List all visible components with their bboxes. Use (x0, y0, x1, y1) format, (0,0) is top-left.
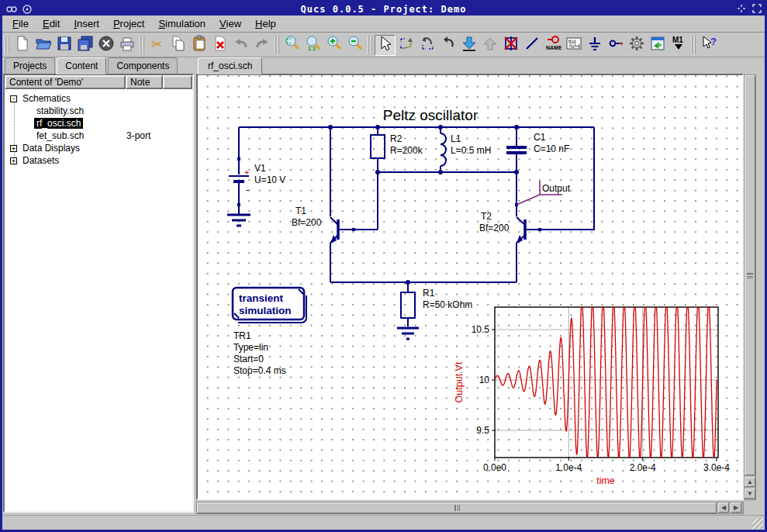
tree-item-label[interactable]: rf_osci.sch (34, 118, 83, 129)
close-button[interactable] (95, 35, 116, 56)
menu-help[interactable]: Help (248, 16, 283, 31)
vertical-scrollbar-thumb[interactable] (745, 75, 755, 475)
toolbar-handle[interactable] (140, 36, 144, 54)
tree-item-fet-sub-sch[interactable]: fet_sub.sch3-port (5, 130, 192, 142)
toolbar-handle[interactable] (368, 36, 372, 54)
paste-button[interactable] (188, 35, 209, 56)
print-button[interactable] (116, 35, 137, 56)
view-data-display-button[interactable] (647, 35, 668, 56)
mirror-y-axis-icon (419, 35, 436, 55)
t1-value: Bf=200 (292, 217, 322, 228)
note-header[interactable]: Note (126, 75, 163, 89)
component-v1[interactable]: + - V1 U=10 V (229, 163, 285, 195)
tree-item-data-displays[interactable]: +Data Displays (5, 142, 192, 154)
component-t2[interactable]: T2 Bf=200 (479, 211, 538, 244)
output-label-text: Output (542, 183, 571, 194)
undo-button[interactable] (230, 35, 251, 56)
menu-project[interactable]: Project (106, 16, 151, 31)
maximize-icon[interactable] (750, 3, 763, 14)
copy-button[interactable] (168, 35, 188, 56)
tab-content[interactable]: Content (57, 57, 106, 74)
mirror-y-axis-button[interactable] (416, 35, 437, 56)
c1-name: C1 (534, 132, 546, 143)
ground-v1[interactable] (227, 215, 250, 226)
toolbar-handle[interactable] (275, 36, 279, 54)
toolbar-handle[interactable] (691, 36, 696, 54)
tab-components[interactable]: Components (108, 57, 178, 74)
tree-item-stability-sch[interactable]: stability.sch (5, 105, 192, 117)
tree-item-label[interactable]: Schematics (20, 93, 73, 104)
zoom-out-button[interactable] (344, 35, 365, 56)
select-button[interactable] (375, 35, 396, 56)
scroll-down-button[interactable]: ▼ (745, 489, 755, 499)
tab-rf-osci[interactable]: rf_osci.sch (198, 57, 262, 74)
whats-this-button[interactable]: ? (698, 35, 719, 56)
redo-button[interactable] (251, 35, 272, 56)
vertical-scrollbar[interactable]: ▲ ▼ (744, 74, 756, 500)
waveform-diagram[interactable]: 0.0e01.0e-42.0e-43.0e-410.5109.5Output.V… (454, 307, 730, 486)
node-label-output[interactable]: Output (517, 181, 571, 205)
tree-item-label[interactable]: stability.sch (34, 105, 86, 116)
transient-simulation-box[interactable]: transient simulation (233, 288, 306, 323)
schematic-canvas[interactable]: Peltz oscillator (198, 75, 742, 499)
delete-button[interactable] (209, 35, 230, 56)
save-all-button[interactable] (74, 35, 95, 56)
simulate-button[interactable] (626, 35, 647, 56)
sim-prop-line: TR1 (233, 330, 251, 341)
insert-port-button[interactable] (605, 35, 626, 56)
open-file-button[interactable] (33, 35, 54, 56)
insert-ground-button[interactable] (584, 35, 605, 56)
iconify-icon[interactable] (734, 3, 748, 14)
new-file-button[interactable] (12, 35, 33, 56)
expand-icon[interactable]: + (10, 157, 17, 164)
component-r2[interactable]: R2 R=200k (371, 133, 423, 158)
insert-wire-label-button[interactable]: NAME (542, 35, 563, 56)
collapse-icon[interactable]: - (10, 95, 17, 102)
scroll-up-button[interactable]: ▲ (745, 477, 755, 487)
menu-file[interactable]: File (5, 16, 36, 31)
tree-item-label[interactable]: fet_sub.sch (34, 130, 86, 141)
ground-r1[interactable] (397, 328, 419, 339)
tab-projects[interactable]: Projects (5, 57, 55, 74)
x-axis-label[interactable]: time (596, 475, 615, 486)
menu-view[interactable]: View (212, 16, 248, 31)
component-t1[interactable]: T1 Bf=200 (292, 206, 352, 244)
scroll-right-button[interactable]: ▶ (731, 503, 741, 513)
component-l1[interactable]: L1 L=0.5 mH (441, 133, 491, 166)
cut-button[interactable]: ✂ (147, 35, 168, 56)
insert-equation-button[interactable]: f(u)=u+4 (563, 35, 584, 56)
mirror-x-axis-button[interactable] (396, 35, 416, 56)
content-header[interactable]: Content of 'Demo' (5, 75, 126, 89)
menu-edit[interactable]: Edit (36, 16, 67, 31)
t2-name: T2 (481, 211, 492, 222)
tree-item-label[interactable]: Data Displays (20, 143, 82, 154)
expand-icon[interactable]: + (10, 145, 17, 152)
scroll-left-button[interactable]: ◀ (718, 503, 729, 513)
qucs-main-window: Qucs 0.0.5 - Project: Demo FileEditInser… (0, 0, 767, 532)
insert-wire-button[interactable] (521, 35, 542, 56)
toolbar-handle[interactable] (5, 36, 9, 54)
deactivate-button[interactable] (500, 35, 521, 56)
x-tick-label: 0.0e0 (483, 462, 506, 473)
zoom-1-1-button[interactable]: 1:1 (302, 35, 323, 56)
resize-grip[interactable] (752, 518, 763, 529)
tree-item-label[interactable]: Datasets (20, 155, 61, 166)
go-into-subcircuit-button[interactable] (458, 35, 479, 56)
save-button[interactable] (54, 35, 74, 56)
tree-item-rf-osci-sch[interactable]: rf_osci.sch (5, 117, 192, 130)
horizontal-scrollbar[interactable]: ◀ ▶ (196, 502, 744, 514)
menu-insert[interactable]: Insert (67, 16, 106, 31)
horizontal-scrollbar-thumb[interactable] (197, 503, 717, 513)
rotate-button[interactable] (437, 35, 458, 56)
select-icon (377, 35, 394, 55)
zoom-fit-button[interactable] (282, 35, 302, 56)
title-bar[interactable]: Qucs 0.0.5 - Project: Demo (2, 2, 765, 16)
tree-item-datasets[interactable]: +Datasets (5, 154, 192, 167)
zoom-in-button[interactable] (323, 35, 344, 56)
menu-simulation[interactable]: Simulation (151, 16, 212, 31)
set-marker-button[interactable]: M1 (668, 35, 689, 56)
schematic-title[interactable]: Peltz oscillator (383, 107, 479, 123)
component-r1[interactable]: R1 R=50 kOhm (401, 288, 472, 318)
tree-item-schematics[interactable]: -Schematics (5, 92, 192, 105)
r2-name: R2 (390, 133, 403, 144)
